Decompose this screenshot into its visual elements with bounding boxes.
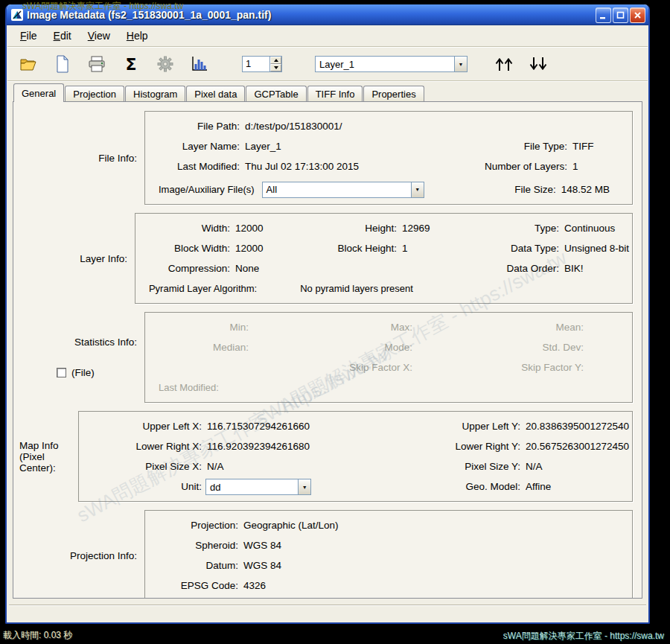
window-title: Image Metadata (fs2_151830001_1a_0001_pa… (27, 9, 596, 21)
file-type-value: TIFF (571, 136, 629, 156)
desktop-background: sWA問題解決專家工作室 - https://swa.tw Image Meta… (0, 0, 670, 644)
dropdown-arrow-icon[interactable]: ▼ (454, 57, 467, 71)
upper-left-x-value: 116.715307294261660 (205, 416, 389, 436)
layer-info-section-label: Layer Info: (80, 253, 127, 264)
file-size-label: File Size: (514, 179, 560, 200)
histogram-icon (191, 56, 208, 72)
move-layer-down-button[interactable] (527, 53, 549, 75)
dropdown-arrow-icon[interactable]: ▼ (298, 479, 310, 494)
print-button[interactable] (86, 53, 108, 75)
data-order-value: BIK! (563, 258, 629, 278)
data-type-label: Data Type: (479, 238, 563, 258)
double-up-arrow-icon (494, 56, 514, 72)
tab-projection[interactable]: Projection (65, 86, 124, 101)
max-label: Max: (304, 317, 416, 337)
file-info-section-label: File Info: (98, 153, 137, 164)
image-metadata-window: Image Metadata (fs2_151830001_1a_0001_pa… (5, 4, 650, 624)
std-dev-label: Std. Dev: (468, 337, 587, 357)
layer-info-group: Width: 12000 Height: 12969 Type: Continu… (135, 213, 633, 304)
dropdown-arrow-icon[interactable]: ▼ (411, 182, 424, 197)
watermark-bottom-right: sWA問題解決專家工作室 - https://swa.tw (503, 630, 664, 643)
geo-model-value: Affine (524, 476, 629, 497)
close-icon (634, 11, 642, 19)
triangle-down-icon (274, 66, 278, 69)
tab-properties[interactable]: Properties (363, 86, 424, 101)
file-statistics-checkbox-row[interactable]: (File) (57, 367, 95, 378)
tab-gcptable[interactable]: GCPTable (246, 86, 306, 101)
settings-button[interactable] (154, 53, 176, 75)
epsg-code-value: 4326 (242, 576, 629, 596)
maximize-button[interactable] (613, 7, 628, 23)
projection-value: Geographic (Lat/Lon) (242, 515, 629, 535)
tab-pixel-data[interactable]: Pixel data (186, 86, 245, 101)
upper-left-x-label: Upper Left X: (82, 416, 205, 436)
width-label: Width: (138, 218, 234, 238)
geo-model-label: Geo. Model: (389, 476, 524, 497)
open-file-button[interactable] (17, 53, 39, 75)
tab-strip: General Projection Histogram Pixel data … (7, 82, 648, 101)
epsg-code-label: EPSG Code: (148, 576, 242, 596)
lower-right-y-value: 20.5675263001272450 (524, 436, 629, 456)
statistics-info-section-label: Statistics Info: (74, 337, 137, 348)
min-label: Min: (148, 317, 252, 337)
block-height-value: 1 (401, 238, 479, 258)
file-statistics-checkbox-label: (File) (71, 367, 95, 378)
pixel-size-x-label: Pixel Size X: (82, 456, 205, 476)
tab-general[interactable]: General (13, 83, 64, 102)
pixel-size-y-label: Pixel Size Y: (389, 456, 524, 476)
unit-dropdown[interactable]: dd ▼ (205, 479, 311, 495)
type-label: Type: (479, 218, 563, 238)
toolbar: Σ (7, 48, 648, 80)
menu-view[interactable]: View (80, 27, 118, 45)
block-width-value: 12000 (234, 238, 317, 258)
pyramid-algorithm-label: Pyramid Layer Algorithm: (149, 278, 257, 299)
menu-edit[interactable]: Edit (46, 27, 79, 45)
layer-name-value: Layer_1 (243, 136, 458, 156)
spinner-up-button[interactable] (270, 57, 281, 64)
triangle-up-icon (274, 59, 278, 62)
file-info-group: File Path: d:/test/po/151830001/ Layer N… (144, 111, 633, 205)
number-of-layers-label: Number of Layers: (458, 156, 571, 176)
file-statistics-checkbox[interactable] (57, 368, 66, 377)
menu-help[interactable]: Help (119, 27, 156, 45)
lower-right-x-label: Lower Right X: (82, 436, 205, 456)
layer-number-spinner[interactable]: 1 (242, 56, 282, 72)
close-button[interactable] (630, 7, 645, 23)
skip-factor-y-label: Skip Factor Y: (468, 357, 587, 377)
datum-label: Datum: (148, 555, 242, 576)
spinner-down-button[interactable] (270, 64, 281, 71)
map-info-section-label: Map Info (Pixel Center): (19, 440, 71, 474)
pixel-size-x-value: N/A (205, 456, 389, 476)
minimize-button[interactable] (596, 7, 611, 23)
layer-dropdown[interactable]: Layer_1 ▼ (315, 56, 468, 72)
pyramid-algorithm-value: No pyramid layers present (299, 278, 413, 299)
minimize-icon (599, 11, 607, 19)
move-layer-up-button[interactable] (493, 53, 515, 75)
title-bar[interactable]: Image Metadata (fs2_151830001_1a_0001_pa… (7, 4, 648, 25)
histogram-button[interactable] (188, 53, 211, 75)
menu-file[interactable]: File (13, 27, 45, 45)
number-of-layers-value: 1 (571, 156, 629, 176)
file-path-label: File Path: (148, 116, 243, 136)
map-info-group: Upper Left X: 116.715307294261660 Upper … (78, 411, 633, 502)
aux-files-dropdown-value: All (263, 182, 411, 197)
printer-icon (88, 56, 106, 73)
window-controls (596, 7, 645, 23)
unit-dropdown-value: dd (206, 480, 298, 494)
open-folder-icon (19, 56, 37, 72)
maximize-icon (616, 11, 625, 19)
statistics-button[interactable]: Σ (120, 53, 142, 75)
mean-label: Mean: (468, 317, 587, 337)
datum-value: WGS 84 (242, 555, 629, 576)
tab-histogram[interactable]: Histogram (125, 86, 185, 101)
new-file-button[interactable] (51, 53, 74, 75)
aux-files-dropdown[interactable]: All ▼ (262, 182, 424, 198)
file-size-value: 148.52 MB (560, 179, 610, 200)
layer-dropdown-value: Layer_1 (316, 57, 454, 71)
tab-tiff-info[interactable]: TIFF Info (307, 86, 363, 101)
bottom-separator (9, 605, 646, 606)
general-tab-panel: sWA問題解決專家工作室 - https://swa.tw sWA問題解決專家工… (13, 101, 642, 599)
stats-last-modified-label: Last Modified: (159, 382, 219, 393)
layer-name-label: Layer Name: (148, 136, 243, 156)
app-icon (11, 9, 23, 21)
